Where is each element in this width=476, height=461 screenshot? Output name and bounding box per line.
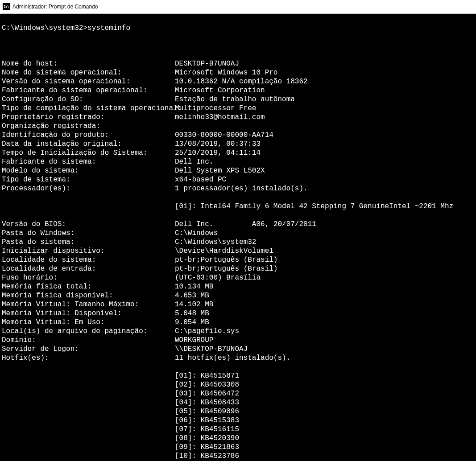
field-row: Memória Virtual: Tamanho Máximo:14.102 M… xyxy=(2,300,474,309)
field-value: (UTC-03:00) Brasília xyxy=(175,273,261,282)
field-label: Nome do sistema operacional: xyxy=(2,68,175,77)
field-row: Tipo de sistema:x64-based PC xyxy=(2,175,474,184)
hotfix-line: [09]: KB4521863 xyxy=(175,443,474,452)
field-row: Versão do sistema operacional:10.0.18362… xyxy=(2,77,474,86)
hotfix-line: [07]: KB4516115 xyxy=(175,425,474,434)
field-label: Memória Virtual: Tamanho Máximo: xyxy=(2,300,175,309)
field-row: Modelo do sistema:Dell System XPS L502X xyxy=(2,166,474,175)
field-label: Pasta do Windows: xyxy=(2,229,175,238)
field-value: C:\Windows\system32 xyxy=(175,238,256,247)
terminal-output[interactable]: C:\Windows\system32>systeminfo Nome do h… xyxy=(0,14,476,461)
field-label: Tipo de sistema: xyxy=(2,175,175,184)
field-label: Fabricante do sistema: xyxy=(2,157,175,166)
field-row: Proprietário registrado:melinho33@hotmai… xyxy=(2,113,474,122)
field-row: Local(is) de arquivo de paginação:C:\pag… xyxy=(2,327,474,336)
field-row: Fuso horário:(UTC-03:00) Brasília xyxy=(2,273,474,282)
field-value: 9.054 MB xyxy=(175,318,209,327)
field-row: Localidade do sistema:pt-br;Português (B… xyxy=(2,255,474,264)
field-label: Domínio: xyxy=(2,336,175,345)
field-row: Nome do sistema operacional:Microsoft Wi… xyxy=(2,68,474,77)
field-row: Organização registrada: xyxy=(2,122,474,131)
field-label: Nome do host: xyxy=(2,59,175,68)
field-label: Data da instalação original: xyxy=(2,140,175,148)
field-value: pt-br;Português (Brasil) xyxy=(175,264,277,273)
field-row: Pasta do sistema:C:\Windows\system32 xyxy=(2,238,474,247)
field-value: C:\Windows xyxy=(175,229,218,238)
hotfix-line: [02]: KB4503308 xyxy=(175,380,474,389)
field-label: Identificação do produto: xyxy=(2,131,175,140)
field-value: 11 hotfix(es) instalado(s). xyxy=(175,354,290,362)
field-row: Memória física total:10.134 MB xyxy=(2,282,474,291)
field-label: Versão do BIOS: xyxy=(2,220,175,229)
field-value: 10.134 MB xyxy=(175,282,213,291)
field-value: x64-based PC xyxy=(175,175,226,184)
field-label: Processador(es): xyxy=(2,184,175,193)
field-label: Local(is) de arquivo de paginação: xyxy=(2,327,175,336)
field-value: 13/08/2019, 00:37:33 xyxy=(175,140,261,148)
field-label: Fabricante do sistema operacional: xyxy=(2,86,175,95)
field-label: Memória física total: xyxy=(2,282,175,291)
field-row: Memória Virtual: Disponível:5.048 MB xyxy=(2,309,474,318)
field-value: 10.0.18362 N/A compilação 18362 xyxy=(175,77,308,86)
field-row: Pasta do Windows:C:\Windows xyxy=(2,229,474,238)
field-label: Inicializar dispositivo: xyxy=(2,247,175,255)
field-value: Dell Inc. xyxy=(175,157,213,166)
field-row: Memória física disponível:4.653 MB xyxy=(2,291,474,300)
field-value: Microsoft Corporation xyxy=(175,86,265,95)
field-row: Fabricante do sistema operacional:Micros… xyxy=(2,86,474,95)
hotfix-line: [10]: KB4523786 xyxy=(175,452,474,461)
field-row: Servidor de Logon:\\DESKTOP-B7UNOAJ xyxy=(2,345,474,354)
field-value: Multiprocessor Free xyxy=(175,104,256,113)
field-value: 14.102 MB xyxy=(175,300,213,309)
field-label: Modelo do sistema: xyxy=(2,166,175,175)
hotfix-line: [06]: KB4515383 xyxy=(175,416,474,425)
field-value: Dell System XPS L502X xyxy=(175,166,265,175)
field-label: Pasta do sistema: xyxy=(2,238,175,247)
window-title: Administrador: Prompt de Comando xyxy=(12,4,98,10)
field-value: 4.653 MB xyxy=(175,291,209,300)
titlebar[interactable]: C:\ Administrador: Prompt de Comando xyxy=(0,0,476,14)
field-row: Identificação do produto:00330-80000-000… xyxy=(2,131,474,140)
window: C:\ Administrador: Prompt de Comando C:\… xyxy=(0,0,476,461)
field-row: Configuração do SO:Estação de trabalho a… xyxy=(2,95,474,104)
field-row: Processador(es):1 processador(es) instal… xyxy=(2,184,474,193)
field-label: Tipo de compilação do sistema operaciona… xyxy=(2,104,175,113)
field-row: Domínio:WORKGROUP xyxy=(2,336,474,345)
field-label: Tempo de Inicialização do Sistema: xyxy=(2,148,175,157)
field-row: Fabricante do sistema:Dell Inc. xyxy=(2,157,474,166)
hotfix-line: [03]: KB4506472 xyxy=(175,389,474,398)
field-row: Data da instalação original:13/08/2019, … xyxy=(2,140,474,148)
field-value: C:\pagefile.sys xyxy=(175,327,239,336)
field-row: Memória Virtual: Em Uso:9.054 MB xyxy=(2,318,474,327)
field-row: Versão do BIOS:Dell Inc. A06, 20/07/2011 xyxy=(2,220,474,229)
field-value: 00330-80000-00000-AA714 xyxy=(175,131,273,140)
cmd-icon: C:\ xyxy=(3,3,10,10)
field-row: Nome do host:DESKTOP-B7UNOAJ xyxy=(2,59,474,68)
hotfix-line: [05]: KB4509096 xyxy=(175,407,474,416)
field-label: Hotfix(es): xyxy=(2,354,175,362)
field-value: Estação de trabalho autônoma xyxy=(175,95,295,104)
field-label: Memória Virtual: Disponível: xyxy=(2,309,175,318)
field-label: Configuração do SO: xyxy=(2,95,175,104)
field-value: Dell Inc. A06, 20/07/2011 xyxy=(175,220,316,229)
field-row: Hotfix(es):11 hotfix(es) instalado(s). xyxy=(2,354,474,362)
field-row: Inicializar dispositivo:\Device\Harddisk… xyxy=(2,247,474,255)
field-value: DESKTOP-B7UNOAJ xyxy=(175,59,239,68)
field-row: Localidade de entrada:pt-br;Português (B… xyxy=(2,264,474,273)
processor-detail: [01]: Intel64 Family 6 Model 42 Stepping… xyxy=(175,202,474,211)
field-label: Organização registrada: xyxy=(2,122,175,131)
field-label: Versão do sistema operacional: xyxy=(2,77,175,86)
field-value: Microsoft Windows 10 Pro xyxy=(175,68,277,77)
field-value: 1 processador(es) instalado(s). xyxy=(175,184,308,193)
field-value: 5.048 MB xyxy=(175,309,209,318)
field-label: Localidade de entrada: xyxy=(2,264,175,273)
field-row: Tempo de Inicialização do Sistema:25/10/… xyxy=(2,148,474,157)
field-label: Memória Virtual: Em Uso: xyxy=(2,318,175,327)
field-value: \\DESKTOP-B7UNOAJ xyxy=(175,345,248,354)
hotfix-line: [04]: KB4508433 xyxy=(175,398,474,407)
field-row: Tipo de compilação do sistema operaciona… xyxy=(2,104,474,113)
field-label: Localidade do sistema: xyxy=(2,255,175,264)
field-label: Servidor de Logon: xyxy=(2,345,175,354)
field-value: \Device\HarddiskVolume1 xyxy=(175,247,273,255)
prompt-line: C:\Windows\system32>systeminfo xyxy=(2,24,474,33)
